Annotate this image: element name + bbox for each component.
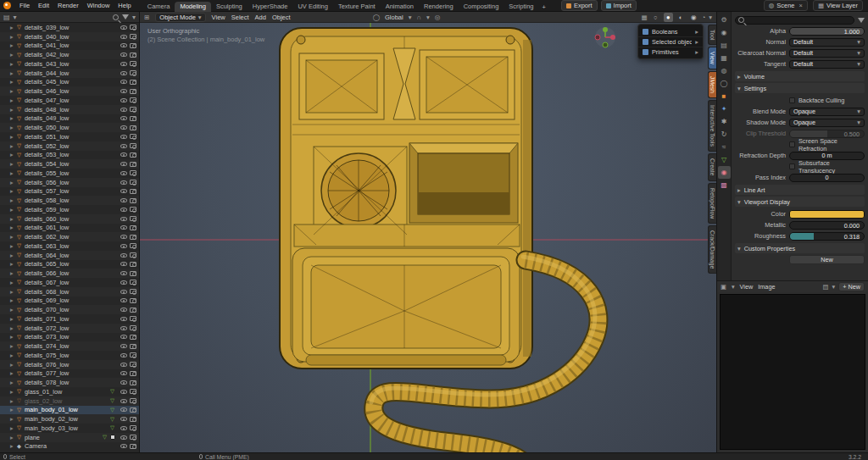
hide-in-viewport-icon[interactable]: [120, 271, 127, 275]
outliner-row[interactable]: details_045_low: [0, 78, 139, 87]
hide-in-viewport-icon[interactable]: [120, 335, 127, 339]
output-properties-icon[interactable]: ▤: [718, 39, 731, 52]
object-name[interactable]: details_076_low: [25, 361, 118, 369]
properties-search-input[interactable]: [735, 16, 854, 25]
outliner-row[interactable]: details_062_low: [0, 232, 139, 241]
disclosure-icon[interactable]: [10, 97, 17, 104]
outliner-row[interactable]: main_body_02_low: [0, 414, 139, 424]
disable-in-renders-icon[interactable]: [130, 262, 136, 267]
disclosure-icon[interactable]: [10, 315, 17, 323]
workspace-tab[interactable]: Sculpting: [211, 2, 248, 12]
roughness-slider[interactable]: 0.318: [789, 232, 865, 241]
object-name[interactable]: details_063_low: [25, 242, 118, 250]
hide-in-viewport-icon[interactable]: [120, 371, 127, 375]
sidebar-tab[interactable]: Tool: [708, 25, 716, 45]
object-name[interactable]: details_047_low: [25, 97, 118, 104]
disclosure-icon[interactable]: [10, 33, 17, 41]
hide-in-viewport-icon[interactable]: [120, 244, 127, 248]
hide-in-viewport-icon[interactable]: [120, 353, 127, 357]
disable-in-renders-icon[interactable]: [130, 425, 136, 430]
alpha-slider[interactable]: 1.000: [789, 27, 865, 36]
workspace-tab[interactable]: Compositing: [459, 2, 504, 12]
disclosure-icon[interactable]: [10, 42, 17, 49]
outliner-row[interactable]: details_071_low: [0, 314, 139, 324]
disclosure-icon[interactable]: [10, 369, 17, 377]
physics-properties-icon[interactable]: ↻: [718, 128, 731, 141]
outliner-row[interactable]: details_068_low: [0, 287, 139, 297]
hide-in-viewport-icon[interactable]: [120, 80, 127, 84]
disable-in-renders-icon[interactable]: [130, 107, 136, 112]
editor-type-icon[interactable]: ⊞: [144, 14, 149, 21]
workspace-tab[interactable]: Camera: [142, 2, 175, 12]
disable-in-renders-icon[interactable]: [130, 444, 136, 449]
workspace-tab[interactable]: Rendering: [419, 2, 459, 12]
viewport-menu-item[interactable]: Object: [272, 14, 291, 21]
hide-in-viewport-icon[interactable]: [120, 71, 127, 75]
disable-in-renders-icon[interactable]: [130, 308, 136, 313]
object-name[interactable]: details_067_low: [25, 279, 118, 286]
chevron-down-icon[interactable]: [14, 14, 17, 21]
hide-in-viewport-icon[interactable]: [120, 198, 127, 202]
backface-culling-checkbox[interactable]: Backface Culling: [789, 97, 865, 104]
tangent-dropdown[interactable]: Default: [789, 60, 865, 69]
object-name[interactable]: details_042_low: [25, 51, 118, 58]
image-editor-canvas[interactable]: [720, 294, 865, 450]
sidebar-tab[interactable]: Interactive Tools: [708, 100, 716, 152]
disclosure-icon[interactable]: [10, 324, 17, 332]
blend-mode-dropdown[interactable]: Opaque: [789, 108, 865, 116]
disable-in-renders-icon[interactable]: [130, 407, 136, 413]
disable-in-renders-icon[interactable]: [130, 189, 136, 194]
disclosure-icon[interactable]: [10, 224, 17, 231]
disable-in-renders-icon[interactable]: [130, 25, 136, 30]
shading-rendered-icon[interactable]: [689, 13, 698, 22]
snapping-magnet-icon[interactable]: [416, 14, 420, 21]
scene-properties-icon[interactable]: ◍: [718, 64, 731, 77]
hide-in-viewport-icon[interactable]: [120, 180, 127, 185]
disclosure-icon[interactable]: [10, 333, 17, 341]
particles-properties-icon[interactable]: ✱: [718, 115, 731, 128]
export-button[interactable]: Export: [561, 0, 598, 11]
hide-in-viewport-icon[interactable]: [120, 308, 127, 312]
object-name[interactable]: details_053_low: [25, 151, 118, 158]
disable-in-renders-icon[interactable]: [130, 125, 136, 130]
outliner-row[interactable]: main_body_01_low: [0, 406, 139, 415]
outliner-row[interactable]: details_055_low: [0, 169, 139, 178]
subsurface-translucency-checkbox[interactable]: Subsurface Translucency: [789, 159, 865, 175]
filter-icon[interactable]: [858, 18, 865, 23]
object-name[interactable]: details_040_low: [25, 33, 118, 41]
object-data-properties-icon[interactable]: ▽: [718, 153, 731, 166]
outliner-row[interactable]: Camera: [0, 442, 139, 452]
disclosure-icon[interactable]: [10, 342, 17, 350]
clip-threshold-slider[interactable]: 0.500: [789, 130, 865, 138]
disable-in-renders-icon[interactable]: [130, 271, 136, 276]
disclosure-icon[interactable]: [10, 106, 17, 114]
disable-in-renders-icon[interactable]: [130, 225, 136, 230]
outliner-row[interactable]: details_073_low: [0, 333, 139, 342]
popup-menu-item[interactable]: Primitives: [638, 47, 703, 57]
disclosure-icon[interactable]: [10, 187, 17, 195]
sidebar-tab[interactable]: View: [708, 47, 716, 69]
hide-in-viewport-icon[interactable]: [120, 407, 127, 412]
disclosure-icon[interactable]: [10, 361, 17, 369]
workspace-tab[interactable]: UV Editing: [292, 2, 332, 12]
disclosure-icon[interactable]: [10, 306, 17, 313]
disable-in-renders-icon[interactable]: [130, 243, 136, 248]
shading-material-icon[interactable]: [676, 13, 686, 22]
texture-properties-icon[interactable]: ▩: [718, 179, 731, 191]
outliner-row[interactable]: details_041_low: [0, 42, 139, 51]
object-name[interactable]: details_045_low: [25, 78, 118, 86]
workspace-tab[interactable]: Texture Paint: [333, 2, 381, 12]
disable-in-renders-icon[interactable]: [130, 207, 136, 212]
disclosure-icon[interactable]: [10, 114, 17, 122]
hide-in-viewport-icon[interactable]: [120, 380, 127, 385]
search-icon[interactable]: [113, 14, 119, 20]
disclosure-icon[interactable]: [10, 288, 17, 296]
metallic-slider[interactable]: 0.000: [789, 221, 865, 230]
object-name[interactable]: details_071_low: [25, 315, 118, 323]
disable-in-renders-icon[interactable]: [130, 43, 136, 48]
hide-in-viewport-icon[interactable]: [120, 162, 127, 166]
shading-solid-icon[interactable]: [664, 13, 673, 22]
outliner-row[interactable]: details_067_low: [0, 278, 139, 287]
disable-in-renders-icon[interactable]: [130, 53, 136, 58]
render-properties-icon[interactable]: ◉: [718, 26, 731, 39]
